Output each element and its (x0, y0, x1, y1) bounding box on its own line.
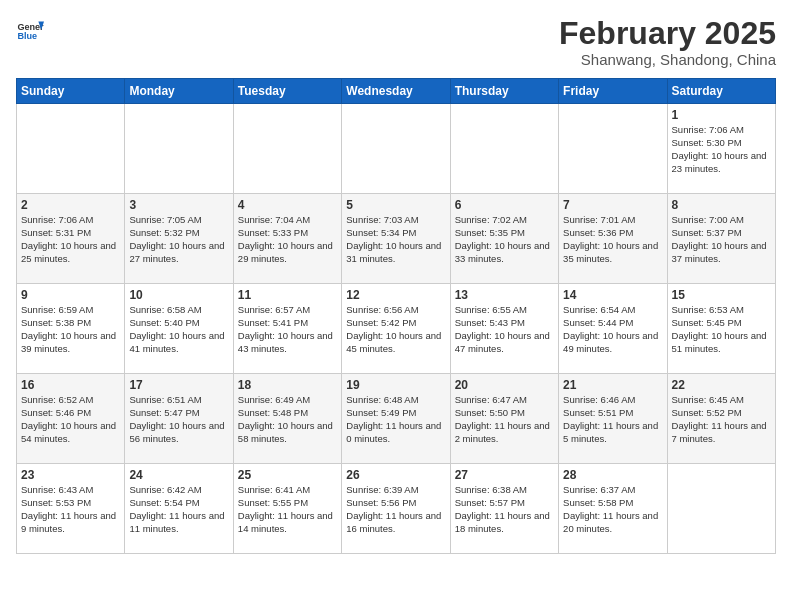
page-header: General Blue February 2025 Shanwang, Sha… (16, 16, 776, 68)
day-number: 23 (21, 468, 120, 482)
day-info: Sunrise: 6:49 AM Sunset: 5:48 PM Dayligh… (238, 394, 337, 445)
day-cell: 10Sunrise: 6:58 AM Sunset: 5:40 PM Dayli… (125, 284, 233, 374)
day-cell: 28Sunrise: 6:37 AM Sunset: 5:58 PM Dayli… (559, 464, 667, 554)
day-number: 19 (346, 378, 445, 392)
day-info: Sunrise: 6:42 AM Sunset: 5:54 PM Dayligh… (129, 484, 228, 535)
day-cell: 6Sunrise: 7:02 AM Sunset: 5:35 PM Daylig… (450, 194, 558, 284)
day-cell: 25Sunrise: 6:41 AM Sunset: 5:55 PM Dayli… (233, 464, 341, 554)
day-number: 25 (238, 468, 337, 482)
day-cell (450, 104, 558, 194)
day-info: Sunrise: 6:37 AM Sunset: 5:58 PM Dayligh… (563, 484, 662, 535)
day-info: Sunrise: 7:06 AM Sunset: 5:31 PM Dayligh… (21, 214, 120, 265)
day-cell: 1Sunrise: 7:06 AM Sunset: 5:30 PM Daylig… (667, 104, 775, 194)
day-number: 15 (672, 288, 771, 302)
day-info: Sunrise: 6:52 AM Sunset: 5:46 PM Dayligh… (21, 394, 120, 445)
logo: General Blue (16, 16, 44, 44)
day-cell: 27Sunrise: 6:38 AM Sunset: 5:57 PM Dayli… (450, 464, 558, 554)
day-number: 10 (129, 288, 228, 302)
header-cell-thursday: Thursday (450, 79, 558, 104)
day-info: Sunrise: 7:01 AM Sunset: 5:36 PM Dayligh… (563, 214, 662, 265)
day-number: 7 (563, 198, 662, 212)
day-cell (667, 464, 775, 554)
day-cell: 11Sunrise: 6:57 AM Sunset: 5:41 PM Dayli… (233, 284, 341, 374)
header-cell-sunday: Sunday (17, 79, 125, 104)
day-number: 26 (346, 468, 445, 482)
day-cell: 21Sunrise: 6:46 AM Sunset: 5:51 PM Dayli… (559, 374, 667, 464)
day-info: Sunrise: 6:55 AM Sunset: 5:43 PM Dayligh… (455, 304, 554, 355)
day-info: Sunrise: 6:53 AM Sunset: 5:45 PM Dayligh… (672, 304, 771, 355)
day-info: Sunrise: 6:47 AM Sunset: 5:50 PM Dayligh… (455, 394, 554, 445)
day-info: Sunrise: 7:04 AM Sunset: 5:33 PM Dayligh… (238, 214, 337, 265)
day-info: Sunrise: 6:43 AM Sunset: 5:53 PM Dayligh… (21, 484, 120, 535)
day-info: Sunrise: 6:48 AM Sunset: 5:49 PM Dayligh… (346, 394, 445, 445)
day-number: 4 (238, 198, 337, 212)
day-number: 9 (21, 288, 120, 302)
location-subtitle: Shanwang, Shandong, China (559, 51, 776, 68)
header-row: SundayMondayTuesdayWednesdayThursdayFrid… (17, 79, 776, 104)
day-info: Sunrise: 6:54 AM Sunset: 5:44 PM Dayligh… (563, 304, 662, 355)
day-info: Sunrise: 6:51 AM Sunset: 5:47 PM Dayligh… (129, 394, 228, 445)
day-info: Sunrise: 6:38 AM Sunset: 5:57 PM Dayligh… (455, 484, 554, 535)
day-number: 14 (563, 288, 662, 302)
calendar-body: 1Sunrise: 7:06 AM Sunset: 5:30 PM Daylig… (17, 104, 776, 554)
day-cell: 26Sunrise: 6:39 AM Sunset: 5:56 PM Dayli… (342, 464, 450, 554)
day-info: Sunrise: 6:59 AM Sunset: 5:38 PM Dayligh… (21, 304, 120, 355)
day-info: Sunrise: 7:06 AM Sunset: 5:30 PM Dayligh… (672, 124, 771, 175)
day-cell (233, 104, 341, 194)
day-cell: 3Sunrise: 7:05 AM Sunset: 5:32 PM Daylig… (125, 194, 233, 284)
day-cell (125, 104, 233, 194)
day-number: 16 (21, 378, 120, 392)
day-cell: 13Sunrise: 6:55 AM Sunset: 5:43 PM Dayli… (450, 284, 558, 374)
week-row-4: 16Sunrise: 6:52 AM Sunset: 5:46 PM Dayli… (17, 374, 776, 464)
day-info: Sunrise: 7:05 AM Sunset: 5:32 PM Dayligh… (129, 214, 228, 265)
day-cell (559, 104, 667, 194)
day-info: Sunrise: 6:56 AM Sunset: 5:42 PM Dayligh… (346, 304, 445, 355)
day-cell: 20Sunrise: 6:47 AM Sunset: 5:50 PM Dayli… (450, 374, 558, 464)
day-info: Sunrise: 7:00 AM Sunset: 5:37 PM Dayligh… (672, 214, 771, 265)
day-cell (17, 104, 125, 194)
day-cell: 8Sunrise: 7:00 AM Sunset: 5:37 PM Daylig… (667, 194, 775, 284)
day-info: Sunrise: 6:46 AM Sunset: 5:51 PM Dayligh… (563, 394, 662, 445)
day-cell: 2Sunrise: 7:06 AM Sunset: 5:31 PM Daylig… (17, 194, 125, 284)
day-cell: 15Sunrise: 6:53 AM Sunset: 5:45 PM Dayli… (667, 284, 775, 374)
day-cell: 19Sunrise: 6:48 AM Sunset: 5:49 PM Dayli… (342, 374, 450, 464)
month-title: February 2025 (559, 16, 776, 51)
header-cell-saturday: Saturday (667, 79, 775, 104)
day-cell (342, 104, 450, 194)
day-cell: 16Sunrise: 6:52 AM Sunset: 5:46 PM Dayli… (17, 374, 125, 464)
day-cell: 24Sunrise: 6:42 AM Sunset: 5:54 PM Dayli… (125, 464, 233, 554)
day-cell: 17Sunrise: 6:51 AM Sunset: 5:47 PM Dayli… (125, 374, 233, 464)
day-info: Sunrise: 7:02 AM Sunset: 5:35 PM Dayligh… (455, 214, 554, 265)
day-info: Sunrise: 6:45 AM Sunset: 5:52 PM Dayligh… (672, 394, 771, 445)
day-info: Sunrise: 6:57 AM Sunset: 5:41 PM Dayligh… (238, 304, 337, 355)
week-row-1: 1Sunrise: 7:06 AM Sunset: 5:30 PM Daylig… (17, 104, 776, 194)
day-number: 13 (455, 288, 554, 302)
day-number: 1 (672, 108, 771, 122)
day-cell: 7Sunrise: 7:01 AM Sunset: 5:36 PM Daylig… (559, 194, 667, 284)
day-cell: 12Sunrise: 6:56 AM Sunset: 5:42 PM Dayli… (342, 284, 450, 374)
week-row-5: 23Sunrise: 6:43 AM Sunset: 5:53 PM Dayli… (17, 464, 776, 554)
header-cell-friday: Friday (559, 79, 667, 104)
day-number: 5 (346, 198, 445, 212)
day-number: 22 (672, 378, 771, 392)
day-cell: 4Sunrise: 7:04 AM Sunset: 5:33 PM Daylig… (233, 194, 341, 284)
day-number: 17 (129, 378, 228, 392)
day-number: 28 (563, 468, 662, 482)
day-cell: 18Sunrise: 6:49 AM Sunset: 5:48 PM Dayli… (233, 374, 341, 464)
svg-text:Blue: Blue (17, 31, 37, 41)
header-cell-wednesday: Wednesday (342, 79, 450, 104)
day-number: 3 (129, 198, 228, 212)
day-number: 11 (238, 288, 337, 302)
day-number: 18 (238, 378, 337, 392)
day-cell: 23Sunrise: 6:43 AM Sunset: 5:53 PM Dayli… (17, 464, 125, 554)
logo-icon: General Blue (16, 16, 44, 44)
day-number: 8 (672, 198, 771, 212)
day-info: Sunrise: 7:03 AM Sunset: 5:34 PM Dayligh… (346, 214, 445, 265)
day-number: 20 (455, 378, 554, 392)
week-row-2: 2Sunrise: 7:06 AM Sunset: 5:31 PM Daylig… (17, 194, 776, 284)
week-row-3: 9Sunrise: 6:59 AM Sunset: 5:38 PM Daylig… (17, 284, 776, 374)
day-info: Sunrise: 6:41 AM Sunset: 5:55 PM Dayligh… (238, 484, 337, 535)
day-cell: 9Sunrise: 6:59 AM Sunset: 5:38 PM Daylig… (17, 284, 125, 374)
day-info: Sunrise: 6:58 AM Sunset: 5:40 PM Dayligh… (129, 304, 228, 355)
calendar-table: SundayMondayTuesdayWednesdayThursdayFrid… (16, 78, 776, 554)
